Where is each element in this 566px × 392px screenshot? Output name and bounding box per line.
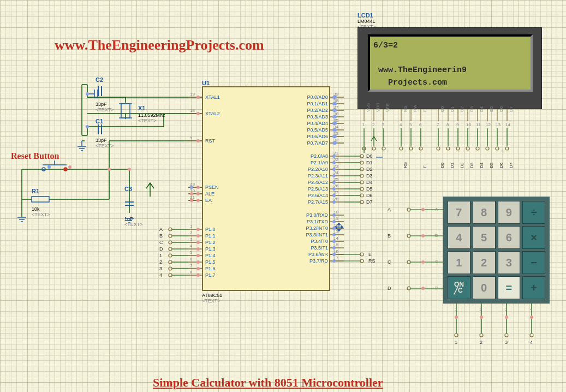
- lcd-net-D3: D3: [469, 163, 474, 168]
- pin-name-P1.0: P1.0: [205, 227, 216, 232]
- lcd-net-D6: D6: [499, 163, 504, 168]
- lcd-net-RS: RS: [403, 162, 408, 168]
- svg-point-68: [360, 174, 364, 177]
- svg-point-92: [169, 274, 172, 277]
- lcd-net-D7: D7: [509, 163, 514, 168]
- lcd-net-D1: D1: [450, 163, 455, 168]
- net-A: A: [159, 227, 163, 232]
- lcdpin-num-6: 7: [437, 122, 439, 127]
- kp-col-net-2: 2: [480, 340, 482, 345]
- dot: [421, 287, 425, 290]
- dot: [196, 228, 200, 231]
- lcdpin-D0: D0: [440, 106, 445, 112]
- pin-num-18: 18: [190, 108, 195, 113]
- pin-num-7: 7: [190, 263, 192, 268]
- dot: [196, 274, 200, 277]
- pin-name-P3.7/RD: P3.7/RD: [296, 258, 328, 264]
- svg-point-78: [169, 228, 172, 231]
- dot: [333, 109, 337, 112]
- lcd-net-D5: D5: [489, 163, 494, 168]
- lcdpin-num-4: 5: [409, 122, 412, 127]
- pin-num-19: 19: [190, 92, 195, 97]
- net-D: D: [159, 246, 163, 252]
- dot: [128, 168, 131, 171]
- svg-point-153: [505, 334, 508, 337]
- dot: [108, 168, 111, 171]
- lcdpin-VSS: VSS: [366, 103, 371, 112]
- svg-point-62: [360, 155, 364, 158]
- pin-name-P3.1/TXD: P3.1/TXD: [296, 219, 328, 224]
- svg-point-132: [486, 147, 489, 150]
- dot: [455, 316, 458, 319]
- pin-name-P0.6/AD6: P0.6/AD6: [296, 134, 328, 139]
- pin-num-4: 4: [190, 243, 192, 248]
- dot: [333, 135, 337, 138]
- dot: [196, 234, 200, 237]
- pin-name-P3.2/INT0: P3.2/INT0: [296, 225, 328, 231]
- svg-point-151: [480, 334, 483, 337]
- pin-name-P2.5/A13: P2.5/A13: [296, 186, 328, 192]
- dot: [332, 200, 336, 204]
- pin-name-P2.2/A10: P2.2/A10: [296, 167, 328, 172]
- dot: [333, 122, 337, 125]
- svg-point-117: [437, 147, 440, 150]
- svg-point-123: [456, 147, 460, 150]
- lcdpin-num-9: 10: [466, 122, 471, 127]
- pin-name-P2.1/A9: P2.1/A9: [296, 160, 328, 165]
- dot: [530, 316, 533, 319]
- pin-name-P2.3/A11: P2.3/A11: [296, 173, 328, 179]
- lcdpin-E: E: [422, 109, 427, 112]
- pin-name-P0.1/AD1: P0.1/AD1: [296, 101, 328, 106]
- pin-name-P0.4/AD4: P0.4/AD4: [296, 121, 328, 126]
- svg-point-149: [455, 334, 458, 337]
- kp-row-net-A: A: [388, 207, 391, 212]
- kp-row-lbl-D: D: [435, 286, 438, 290]
- net-4: 4: [159, 272, 162, 278]
- kp-row-net-C: C: [388, 259, 391, 265]
- lcd-net-D4: D4: [479, 163, 484, 168]
- pin-name-P3.4/T0: P3.4/T0: [296, 239, 328, 244]
- pin-name-ALE: ALE: [205, 191, 215, 197]
- pin-name-P0.5/AD5: P0.5/AD5: [296, 127, 328, 133]
- dot: [86, 92, 89, 96]
- lcd-net-D2: D2: [460, 163, 464, 168]
- net-1: 1: [159, 253, 162, 258]
- lcdpin-RS: RS: [403, 106, 408, 112]
- lcdpin-num-13: 14: [505, 122, 510, 127]
- svg-point-105: [382, 147, 385, 150]
- kp-row-lbl-B: B: [435, 233, 438, 238]
- net-D0: D0: [366, 153, 373, 159]
- net-D7: D7: [366, 199, 373, 205]
- pin-name-P0.2/AD2: P0.2/AD2: [296, 108, 328, 113]
- kp-col-lbl-2: 2: [480, 307, 482, 312]
- kp-col-lbl-4: 4: [530, 307, 532, 312]
- dot: [196, 186, 200, 189]
- svg-point-74: [360, 194, 364, 197]
- pin-name-P0.7/AD7: P0.7/AD7: [296, 140, 328, 146]
- svg-point-147: [407, 287, 410, 290]
- dot: [190, 192, 193, 195]
- pin-num-3: 3: [190, 237, 192, 242]
- pin-name-P2.6/A14: P2.6/A14: [296, 193, 328, 198]
- lcdpin-RW: RW: [413, 105, 418, 112]
- kp-col-lbl-3: 3: [505, 307, 507, 312]
- svg-point-64: [360, 161, 364, 164]
- svg-point-76: [360, 200, 364, 204]
- lcdpin-num-0: 1: [362, 122, 365, 127]
- svg-point-88: [169, 260, 172, 264]
- lcd-net-D0: D0: [440, 163, 445, 168]
- dot: [190, 186, 193, 189]
- pin-name-RST: RST: [205, 138, 215, 144]
- net-C: C: [159, 240, 163, 245]
- svg-point-126: [466, 147, 469, 150]
- dot: [196, 192, 200, 195]
- dot: [421, 208, 425, 211]
- pin-name-P3.6/WR: P3.6/WR: [296, 252, 328, 257]
- pin-num-9: 9: [190, 135, 192, 140]
- pin-name-P2.4/A12: P2.4/A12: [296, 180, 328, 185]
- dot: [196, 96, 200, 99]
- pin-num-8: 8: [190, 270, 192, 275]
- svg-point-135: [496, 147, 499, 150]
- svg-point-72: [360, 187, 364, 191]
- pin-name-XTAL2: XTAL2: [205, 111, 220, 116]
